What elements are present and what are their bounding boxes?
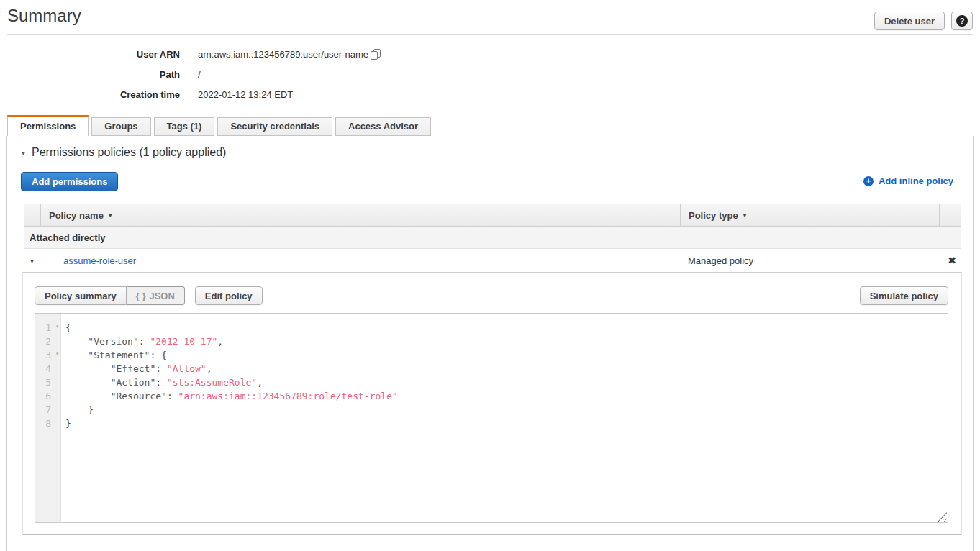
add-permissions-button[interactable]: Add permissions — [21, 172, 118, 191]
policy-type-header-label: Policy type — [689, 210, 738, 221]
edit-policy-button[interactable]: Edit policy — [195, 286, 263, 305]
tab-bar: Permissions Groups Tags (1) Security cre… — [7, 115, 434, 136]
line-number: 6 — [35, 389, 60, 403]
code-line: "Resource": "arn:aws:iam::123456789:role… — [65, 389, 948, 403]
line-number: 8 — [35, 416, 60, 430]
line-number: 5 — [35, 375, 60, 389]
help-button[interactable]: ? — [951, 12, 973, 30]
policy-name-link[interactable]: assume-role-user — [63, 255, 136, 266]
code-line: "Action": "sts:AssumeRole", — [65, 375, 948, 389]
policy-name-header-label: Policy name — [49, 210, 104, 221]
expand-column-header — [24, 204, 41, 226]
user-arn-row: User ARN arn:aws:iam::123456789:user/use… — [7, 49, 511, 62]
json-code-editor[interactable]: 1▾23▾45678 { "Version": "2012-10-17", "S… — [35, 313, 948, 523]
policy-view-buttons: Policy summary { } JSON Edit policy — [35, 286, 263, 305]
policy-type-column-header[interactable]: Policy type ▾ — [681, 204, 940, 226]
remove-column-header — [940, 204, 961, 226]
plus-icon: + — [863, 176, 874, 186]
policy-type-value: Managed policy — [688, 255, 753, 266]
user-arn-value: arn:aws:iam::123456789:user/user-name — [198, 49, 368, 60]
json-button-label: JSON — [149, 291, 174, 301]
path-label: Path — [7, 69, 180, 80]
row-expand-icon[interactable]: ▾ — [30, 257, 34, 265]
group-row-label: Attached directly — [30, 232, 105, 243]
tab-security-credentials[interactable]: Security credentials — [217, 117, 332, 136]
creation-time-value: 2022-01-12 13:24 EDT — [198, 89, 293, 100]
line-number: 7 — [35, 403, 60, 416]
copy-icon[interactable] — [371, 49, 382, 60]
json-braces-icon: { } — [136, 291, 146, 301]
tab-permissions[interactable]: Permissions — [7, 115, 89, 136]
line-number: 2 — [35, 334, 60, 348]
creation-time-row: Creation time 2022-01-12 13:24 EDT — [7, 89, 511, 102]
fold-arrow-icon[interactable]: ▾ — [55, 323, 59, 329]
table-row: ▾ assume-role-user Managed policy ✖ — [24, 249, 961, 272]
add-inline-policy-link[interactable]: + Add inline policy — [863, 176, 953, 186]
line-number: 4 — [35, 362, 60, 375]
delete-user-button[interactable]: Delete user — [874, 12, 945, 30]
policy-name-column-header[interactable]: Policy name ▾ — [41, 204, 681, 226]
iam-user-summary-page: Summary Delete user ? User ARN arn:aws:i… — [0, 0, 980, 551]
user-arn-label: User ARN — [7, 49, 180, 60]
table-header-row: Policy name ▾ Policy type ▾ — [24, 204, 961, 227]
page-title: Summary — [7, 6, 81, 26]
section-title: Permissions policies (1 policy applied) — [32, 146, 226, 159]
code-line: "Statement": { — [65, 348, 948, 362]
collapse-icon: ▾ — [22, 149, 25, 157]
policies-table: Policy name ▾ Policy type ▾ Attached dir… — [24, 204, 961, 272]
header-divider — [7, 34, 973, 35]
remove-policy-icon[interactable]: ✖ — [948, 255, 956, 266]
header-actions: Delete user ? — [874, 12, 973, 30]
code-line: } — [65, 416, 948, 430]
add-inline-policy-label: Add inline policy — [879, 176, 953, 186]
json-button[interactable]: { } JSON — [127, 286, 185, 305]
help-icon: ? — [956, 15, 968, 27]
path-value: / — [198, 69, 201, 80]
fold-arrow-icon[interactable]: ▾ — [55, 350, 59, 357]
tab-access-advisor[interactable]: Access Advisor — [335, 117, 431, 136]
attached-directly-group-row: Attached directly — [24, 227, 961, 249]
creation-time-label: Creation time — [7, 89, 180, 100]
sort-arrow-icon: ▾ — [109, 211, 112, 219]
code-line: "Version": "2012-10-17", — [65, 334, 948, 348]
editor-code[interactable]: { "Version": "2012-10-17", "Statement": … — [61, 314, 948, 522]
code-line: { — [65, 321, 948, 334]
policy-summary-button[interactable]: Policy summary — [35, 286, 127, 305]
permissions-policies-section-header[interactable]: ▾ Permissions policies (1 policy applied… — [22, 146, 226, 159]
sort-arrow-icon: ▾ — [743, 211, 747, 219]
code-line: "Effect": "Allow", — [65, 362, 948, 375]
path-row: Path / — [7, 69, 511, 82]
code-line: } — [65, 403, 948, 416]
tab-groups[interactable]: Groups — [91, 117, 150, 136]
editor-gutter: 1▾23▾45678 — [35, 314, 61, 522]
tab-tags[interactable]: Tags (1) — [154, 117, 215, 136]
simulate-policy-button[interactable]: Simulate policy — [860, 286, 948, 305]
